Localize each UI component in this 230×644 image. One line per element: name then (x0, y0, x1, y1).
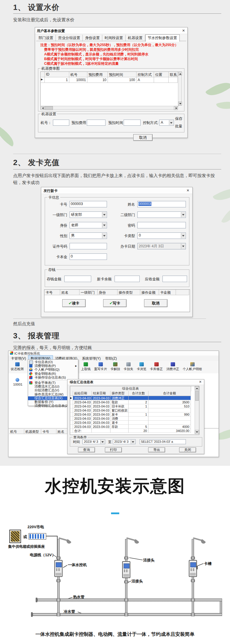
date-from-picker[interactable]: 2023/ 4/ 3 (82, 439, 105, 444)
device-base (56, 573, 61, 576)
name-input[interactable]: 000003 (137, 201, 186, 207)
read-card-button[interactable]: ✔读卡 (62, 299, 86, 307)
chevron-down-icon[interactable] (103, 235, 106, 238)
dept1-select[interactable]: 研发部 (70, 211, 107, 218)
fee-input[interactable] (87, 120, 106, 126)
deposit-amount-input[interactable] (64, 276, 91, 282)
sql-input[interactable]: SELECT '2023-04-03' a (140, 439, 186, 444)
scrollbar-thumb[interactable] (45, 106, 53, 110)
machine-no-input[interactable] (53, 120, 69, 126)
pipe-tee (56, 598, 60, 602)
menu-help[interactable]: 帮助(Z) (103, 356, 119, 362)
vertical-scrollbar[interactable] (178, 71, 182, 106)
chevron-down-icon[interactable] (132, 441, 134, 444)
chevron-down-icon[interactable] (103, 225, 106, 227)
chevron-down-icon[interactable] (182, 235, 184, 238)
new-balance-input[interactable] (115, 276, 140, 282)
close-icon[interactable]: ✕ (186, 188, 189, 192)
batch-button[interactable]: 批量 (175, 124, 182, 129)
dept2-select[interactable] (137, 211, 186, 218)
gender-select[interactable]: 男 (70, 232, 107, 239)
machine-rate-table[interactable]: ID 机号 预扣费用 预扣时间 控制方式 位置 联系人 ▶ 1 10001 10… (40, 71, 179, 106)
write-card-button[interactable]: ✔写卡 (103, 299, 127, 307)
tab-department[interactable]: 部门设置 (36, 35, 56, 41)
menu-card-mgmt[interactable]: 卡管理(V) (8, 356, 28, 362)
unfreeze-card-icon (113, 362, 117, 366)
scroll-down-icon[interactable] (196, 431, 198, 434)
close-button[interactable]: 关闭 (179, 447, 196, 452)
tab-water-control-params[interactable]: 节水控制参数设置 (145, 34, 180, 42)
scroll-down-icon[interactable] (179, 103, 181, 106)
report-row[interactable]: 2023-04-03 2023-04-03 存款 5 4000 (70, 425, 191, 429)
report-row[interactable]: 2023-04-03 2023-04-03 消费 (70, 416, 191, 421)
menu-item-consume-detail[interactable]: 消费明细表(P)▸ (28, 364, 78, 368)
identity-select[interactable]: 老师 (70, 222, 107, 228)
toolbar-personal-detail[interactable]: 个人帐户明细 (183, 362, 202, 371)
toolbar-card-fix[interactable]: 卡库修正 (150, 362, 163, 371)
tab-identity[interactable]: 身份设置 (83, 35, 102, 41)
toolbar-reverse-consume[interactable]: 消费冲正 (166, 362, 179, 371)
report-titlebar[interactable]: 综合汇总信息表 ✕ (68, 379, 204, 385)
print-button[interactable]: 打印 (105, 447, 122, 452)
report-table[interactable]: 综合信息表 起始日期 结束日期 操作类型 合计次数 合计金额 ▶ 2023-04… (70, 386, 199, 435)
scroll-right-icon[interactable] (176, 107, 178, 109)
chevron-down-icon[interactable] (101, 441, 104, 444)
scroll-up-icon[interactable] (196, 386, 198, 389)
vertical-scrollbar[interactable] (195, 386, 199, 434)
menu-item-card-op-info[interactable]: 卡操作综合信息表(S) (28, 376, 78, 379)
table-row[interactable]: ▶ 1 10001 10 100 A (41, 77, 178, 83)
date-to-picker[interactable]: 2023/ 4/ 3 (113, 439, 136, 444)
cancel-button[interactable]: 取消 (133, 134, 153, 141)
report-row[interactable]: 2023-04-03 2023-04-03 窗口机收款 (70, 408, 191, 412)
toolbar-unfreeze-card[interactable]: 卡解挂 (110, 362, 120, 371)
pipe-tee (191, 613, 195, 616)
card-type-select[interactable]: 0 (137, 232, 186, 239)
card-no-input[interactable]: 000003 (70, 201, 107, 207)
menu-system-mgmt[interactable]: 系统管理(Y) (79, 356, 103, 362)
scroll-left-icon[interactable] (41, 107, 44, 109)
password-input[interactable] (137, 222, 186, 228)
menu-item-card-info[interactable]: 卡信息表(O) (28, 360, 78, 364)
scroll-up-icon[interactable] (179, 72, 181, 75)
tree-item-machine[interactable]: 10001 (12, 383, 24, 386)
row-marker: ▶ (41, 77, 45, 83)
receivable-input[interactable] (162, 276, 187, 282)
report-row[interactable]: 2023-04-03 2023-04-03 退卡 (70, 421, 191, 425)
dialog-titlebar[interactable]: 用户基本参数设置 ✕ (35, 27, 187, 34)
cancel-button[interactable]: 取消 (144, 299, 167, 307)
tab-machine[interactable]: 机器设置 (126, 35, 145, 41)
horizontal-scrollbar[interactable] (40, 106, 178, 110)
water-pipe (57, 539, 60, 615)
report-row[interactable]: 2023-04-03 2023-04-03 取款 2 3500 (70, 400, 191, 404)
scrollbar-thumb[interactable] (195, 391, 199, 401)
toolbar-report-loss[interactable]: 卡挂失 (124, 362, 133, 371)
toolbar-card-browse[interactable]: 卡浏览 (137, 362, 146, 371)
issue-date-picker[interactable]: 2023年 4月 3日 (137, 243, 186, 249)
principal-input[interactable]: 0 (70, 253, 107, 260)
chevron-down-icon[interactable] (103, 214, 106, 217)
toolbar-rewrite-card[interactable]: 重写卡片 (94, 362, 107, 371)
chevron-down-icon[interactable] (170, 122, 172, 125)
title-accent-dash (111, 512, 119, 514)
report-row[interactable]: ▶ 2023-04-03 2023-04-03 消费冲正 (70, 396, 191, 400)
id-number-input[interactable] (70, 243, 107, 249)
menu-item-fund-detail[interactable]: 资金明细表(R) (28, 372, 78, 376)
menu-item-personal-account[interactable]: 个人帐户明细(Q) (28, 368, 78, 372)
tab-business-group[interactable]: 营业分组设置 (56, 35, 83, 41)
query-button[interactable]: 查询 (78, 447, 95, 452)
export-button[interactable]: 导出 (148, 447, 165, 452)
dialog-titlebar[interactable]: 发行新卡 ✕ (41, 187, 192, 194)
tab-time-period[interactable]: 时间段设置 (102, 35, 126, 41)
close-icon[interactable]: ✕ (199, 380, 202, 384)
close-icon[interactable]: ✕ (182, 29, 185, 33)
toolbar-status-check[interactable]: 状态检测 (11, 362, 24, 371)
chevron-down-icon[interactable] (182, 246, 184, 248)
window-titlebar[interactable]: IC卡收费控制系统 (8, 351, 219, 356)
time-input[interactable] (124, 120, 141, 126)
save-button[interactable]: 保存 (175, 116, 182, 121)
mode-select[interactable]: A (159, 120, 174, 126)
chevron-down-icon[interactable] (182, 214, 184, 217)
report-row[interactable]: 2023-04-03 2023-04-03 旧卡补款 1 510 (70, 404, 191, 408)
toolbar-withdraw[interactable]: 上取钱 (81, 362, 91, 371)
report-row[interactable]: 2023-04-03 2023-04-03 发卡 1 990 (70, 412, 191, 416)
